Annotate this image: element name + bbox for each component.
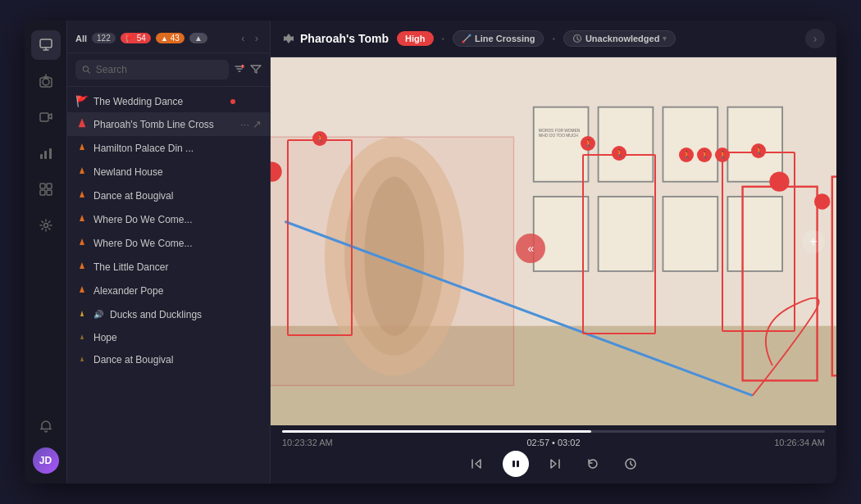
more-icon[interactable]: ··· bbox=[240, 189, 249, 202]
list-item[interactable]: Pharoah's Tomb Line Cross ··· ↗ bbox=[67, 112, 270, 136]
skip-back-button[interactable] bbox=[465, 452, 488, 475]
fast-rewind-button[interactable]: « bbox=[516, 234, 545, 263]
search-bar: ! bbox=[67, 53, 270, 87]
more-icon[interactable]: ··· bbox=[240, 284, 249, 297]
all-count-badge: 122 bbox=[92, 33, 116, 43]
more-icon[interactable]: ··· bbox=[240, 142, 249, 154]
priority-icon bbox=[75, 236, 89, 250]
svg-rect-24 bbox=[534, 197, 589, 271]
priority-icon bbox=[75, 212, 89, 226]
detection-bbox-1: 🚶 bbox=[287, 139, 353, 336]
list-item[interactable]: Alexander Pope ··· ↗ bbox=[67, 279, 270, 302]
more-icon[interactable]: ··· bbox=[240, 237, 249, 249]
item-name: Ducks and Ducklings bbox=[110, 309, 235, 320]
separator: • bbox=[552, 34, 555, 43]
ack-icon[interactable]: ↗ bbox=[253, 213, 262, 225]
bell-icon[interactable] bbox=[31, 411, 61, 441]
user-avatar[interactable]: JD bbox=[33, 447, 59, 474]
ack-icon[interactable]: ↗ bbox=[253, 189, 262, 202]
ack-icon[interactable]: ↗ bbox=[253, 118, 262, 130]
list-item[interactable]: The Little Dancer ··· ↗ bbox=[67, 255, 270, 279]
list-item[interactable]: Hamilton Palace Din ... ··· ↗ bbox=[67, 136, 270, 160]
progress-bar[interactable] bbox=[282, 430, 825, 433]
event-type-badge[interactable]: Line Crossing bbox=[453, 30, 544, 47]
filter-icon[interactable] bbox=[250, 63, 262, 77]
ack-icon[interactable]: ↗ bbox=[253, 95, 262, 107]
priority-icon bbox=[75, 188, 89, 202]
search-input-wrap[interactable] bbox=[75, 60, 229, 79]
icon-sidebar: JD bbox=[25, 20, 67, 484]
nav-next-arrow[interactable]: › bbox=[252, 30, 262, 46]
play-pause-button[interactable] bbox=[503, 451, 529, 477]
more-icon[interactable]: ··· bbox=[240, 261, 249, 273]
ack-icon[interactable]: ↗ bbox=[253, 331, 262, 343]
line-crossing-icon bbox=[462, 34, 472, 43]
svg-rect-22 bbox=[663, 107, 718, 182]
red-count-badge[interactable]: 🚩 54 bbox=[121, 33, 151, 43]
svg-rect-45 bbox=[517, 461, 519, 467]
nav-prev-arrow[interactable]: ‹ bbox=[238, 30, 248, 46]
skip-forward-button[interactable] bbox=[544, 452, 567, 475]
more-icon[interactable]: ··· bbox=[240, 308, 249, 320]
list-item[interactable]: Where Do We Come... ··· ↗ bbox=[67, 207, 270, 231]
list-item[interactable]: Hope ··· ↗ bbox=[67, 326, 270, 348]
more-icon[interactable]: ··· bbox=[240, 353, 249, 366]
extra-badge[interactable]: ▲ bbox=[189, 33, 207, 43]
list-items: 🚩 The Wedding Dance ··· ↗ Pharoah's Tomb… bbox=[67, 87, 270, 484]
analytics-icon[interactable] bbox=[31, 138, 61, 168]
settings-icon[interactable] bbox=[31, 211, 61, 240]
svg-rect-5 bbox=[44, 151, 47, 159]
more-icon[interactable]: ··· bbox=[240, 118, 249, 130]
add-camera-icon[interactable] bbox=[31, 66, 61, 96]
svg-text:WORDS FOR WOMEN: WORDS FOR WOMEN bbox=[539, 129, 581, 133]
ack-icon[interactable]: ↗ bbox=[253, 142, 262, 154]
ack-icon[interactable]: ↗ bbox=[253, 261, 262, 273]
time-row: 10:23:32 AM 02:57 • 03:02 10:26:34 AM bbox=[282, 438, 825, 447]
more-icon[interactable]: ··· bbox=[240, 166, 249, 178]
status-badge[interactable]: Unacknowledged ▾ bbox=[563, 30, 676, 47]
item-name: Where Do We Come... bbox=[93, 214, 235, 225]
grid-icon[interactable] bbox=[31, 175, 61, 204]
add-video-button[interactable]: + bbox=[802, 230, 825, 253]
list-item[interactable]: 🔊 Ducks and Ducklings ··· ↗ bbox=[67, 302, 270, 326]
priority-icon bbox=[75, 260, 89, 274]
ack-icon[interactable]: ↗ bbox=[253, 237, 262, 249]
ack-icon[interactable]: ↗ bbox=[253, 284, 262, 297]
list-item[interactable]: Where Do We Come... ··· ↗ bbox=[67, 231, 270, 255]
ack-icon[interactable]: ↗ bbox=[253, 308, 262, 320]
svg-rect-10 bbox=[47, 190, 52, 195]
video-controls: 10:23:32 AM 02:57 • 03:02 10:26:34 AM bbox=[271, 425, 836, 484]
person-icon-2: 🚶 bbox=[612, 146, 626, 161]
more-icon[interactable]: ··· bbox=[240, 95, 249, 107]
svg-text:WHO DO TOO MUCH: WHO DO TOO MUCH bbox=[539, 134, 578, 138]
svg-point-1 bbox=[43, 79, 49, 85]
item-name: Hope bbox=[93, 332, 235, 343]
list-item[interactable]: Newland House ··· ↗ bbox=[67, 160, 270, 184]
search-input[interactable] bbox=[96, 64, 222, 75]
orange-count-badge[interactable]: ▲ 43 bbox=[156, 33, 184, 43]
forward-frame-button[interactable] bbox=[619, 452, 642, 475]
list-item[interactable]: 🚩 The Wedding Dance ··· ↗ bbox=[67, 90, 270, 112]
svg-rect-3 bbox=[40, 113, 48, 121]
item-name: Dance at Bougival bbox=[93, 190, 235, 202]
priority-icon bbox=[75, 284, 89, 297]
video-icon[interactable] bbox=[31, 102, 61, 132]
sort-icon[interactable]: ! bbox=[234, 63, 245, 77]
list-item[interactable]: Dance at Bougival ··· ↗ bbox=[67, 184, 270, 207]
time-end: 10:26:34 AM bbox=[774, 438, 825, 447]
svg-rect-9 bbox=[40, 190, 45, 195]
more-icon[interactable]: ··· bbox=[240, 213, 249, 225]
priority-icon bbox=[75, 307, 89, 321]
collapse-panel-button[interactable]: › bbox=[805, 29, 825, 48]
priority-icon bbox=[75, 117, 89, 131]
item-name: Where Do We Come... bbox=[93, 238, 235, 249]
separator: • bbox=[442, 34, 445, 43]
monitor-icon[interactable] bbox=[31, 30, 61, 60]
detection-bbox-2: 🚶 🚶 bbox=[582, 154, 656, 334]
replay-button[interactable] bbox=[581, 452, 604, 475]
priority-badge[interactable]: High bbox=[397, 31, 433, 46]
ack-icon[interactable]: ↗ bbox=[253, 166, 262, 178]
more-icon[interactable]: ··· bbox=[240, 331, 249, 343]
list-item[interactable]: Dance at Bougival ··· ↗ bbox=[67, 348, 270, 370]
ack-icon[interactable]: ↗ bbox=[253, 353, 262, 366]
